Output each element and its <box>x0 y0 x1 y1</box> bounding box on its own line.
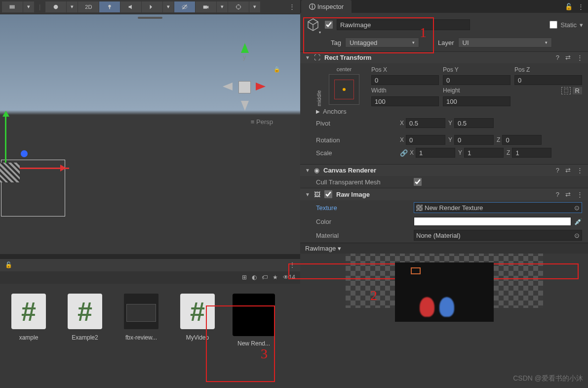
gizmo-y-axis[interactable] <box>5 113 6 168</box>
component-header[interactable]: ▼ 🖼 Raw Image ? ⇄ ⋮ <box>300 188 588 200</box>
gizmos-btn[interactable] <box>228 1 249 12</box>
filter-icon[interactable]: ⊞ <box>242 274 247 281</box>
menu-icon[interactable]: ⋮ <box>286 3 298 10</box>
scale-y-input[interactable] <box>464 148 504 158</box>
gizmo-y-cone[interactable] <box>241 39 249 53</box>
pos-y-input[interactable] <box>443 75 510 85</box>
static-dropdown[interactable]: ▾ <box>580 21 583 29</box>
asset-item[interactable]: # xample <box>5 294 52 383</box>
constrain-icon[interactable]: 🔗 <box>400 149 408 157</box>
gizmo-x-cone[interactable] <box>256 83 270 90</box>
gizmo-neg-y-cone[interactable] <box>241 101 249 115</box>
asset-item[interactable]: # MyVideo <box>174 294 221 383</box>
preset-icon[interactable]: ⇄ <box>565 191 571 198</box>
height-input[interactable] <box>443 96 510 106</box>
object-name-input[interactable] <box>337 19 470 30</box>
component-enabled-checkbox[interactable] <box>324 190 332 198</box>
help-icon[interactable]: ? <box>556 54 559 61</box>
lighting-toggle[interactable] <box>99 1 120 12</box>
component-title: Canvas Renderer <box>323 167 376 174</box>
help-icon[interactable]: ? <box>556 191 559 198</box>
lock-icon[interactable]: 🔓 <box>565 3 573 10</box>
rot-z-input[interactable] <box>502 135 542 145</box>
projection-label[interactable]: Persp <box>251 118 273 126</box>
type-filter-icon[interactable]: ◐ <box>252 274 257 281</box>
preview-header[interactable]: RawImage ▾ <box>300 243 588 254</box>
audio-toggle[interactable] <box>120 1 141 12</box>
gameobject-header: ▾ Static ▾ <box>300 13 588 37</box>
preset-icon[interactable]: ⇄ <box>565 167 571 174</box>
annotation-num-2: 2 <box>370 288 377 303</box>
blueprint-icon[interactable]: ⬚ <box>561 87 571 94</box>
menu-icon[interactable]: ⋮ <box>577 191 583 198</box>
asset-grid: # xample # Example2 fbx-review... # MyVi… <box>0 284 282 388</box>
material-field[interactable]: None (Material) ⊙ <box>414 230 582 241</box>
lock-icon[interactable]: 🔓 <box>5 261 12 268</box>
foldout-icon[interactable]: ▼ <box>305 168 310 173</box>
pivot-y-input[interactable] <box>454 118 494 128</box>
tag-layer-row: Tag Untagged Layer UI <box>300 37 588 51</box>
hidden-toggle[interactable] <box>174 1 195 12</box>
2d-toggle[interactable]: 2D <box>78 1 99 12</box>
tag-dropdown[interactable]: Untagged <box>345 38 419 47</box>
project-search-bar: ⊞ ◐ 🏷 ★ 👁14 <box>0 271 300 284</box>
menu-icon[interactable]: ⋮ <box>578 3 584 10</box>
menu-icon[interactable]: ⋮ <box>577 54 583 61</box>
component-header[interactable]: ▼ ◉ Canvas Renderer ? ⇄ ⋮ <box>300 165 588 176</box>
width-input[interactable] <box>371 96 439 106</box>
asset-item-selected[interactable]: New Rend... <box>230 294 277 383</box>
anchors-label[interactable]: Anchors <box>323 108 407 115</box>
preset-icon[interactable]: ⇄ <box>565 54 571 61</box>
orientation-gizmo[interactable]: y <box>221 64 271 113</box>
gizmos-dropdown[interactable]: ▾ <box>249 1 260 12</box>
anchor-preset-button[interactable] <box>329 74 359 105</box>
shading-btn[interactable] <box>45 1 66 12</box>
gameobject-icon[interactable]: ▾ <box>305 17 321 33</box>
menu-icon[interactable]: ⋮ <box>577 167 583 174</box>
foldout-icon[interactable]: ▼ <box>305 55 310 60</box>
rot-x-input[interactable] <box>406 135 445 145</box>
texture-label: Texture <box>316 204 414 212</box>
rot-y-input[interactable] <box>454 135 494 145</box>
lock-icon[interactable]: 🔒 <box>274 66 280 73</box>
favorite-icon[interactable]: ★ <box>273 274 278 281</box>
selected-object[interactable] <box>0 163 20 182</box>
pos-z-input[interactable] <box>514 75 582 85</box>
gizmo-neg-x-cone[interactable] <box>219 83 233 90</box>
raw-edit-icon[interactable]: R <box>573 87 582 94</box>
object-picker-icon[interactable]: ⊙ <box>574 232 580 239</box>
scene-view[interactable]: y 🔒 Persp <box>0 14 300 255</box>
fx-toggle[interactable] <box>142 1 162 12</box>
scale-z-input[interactable] <box>512 148 551 158</box>
dropdown-btn[interactable]: ▾ <box>23 1 34 12</box>
camera-btn[interactable] <box>196 1 216 12</box>
foldout-icon[interactable]: ▼ <box>305 192 310 197</box>
component-header[interactable]: ▼ ⛶ Rect Transform ? ⇄ ⋮ <box>300 52 588 63</box>
texture-field[interactable]: New Render Texture ⊙ <box>414 202 582 213</box>
menu-icon[interactable]: ⋮ <box>289 261 295 268</box>
enabled-checkbox[interactable] <box>325 21 333 29</box>
pos-x-input[interactable] <box>371 75 439 85</box>
static-checkbox[interactable] <box>549 21 557 29</box>
panel-handle[interactable] <box>138 17 162 19</box>
object-picker-icon[interactable]: ⊙ <box>574 204 580 212</box>
pivot-x-input[interactable] <box>406 118 445 128</box>
color-label: Color <box>316 218 414 225</box>
asset-item[interactable]: fbx-review... <box>118 294 165 383</box>
asset-item[interactable]: # Example2 <box>61 294 109 383</box>
color-field[interactable] <box>414 217 571 226</box>
help-icon[interactable]: ? <box>556 167 559 174</box>
inspector-tab[interactable]: ⓘ Inspector <box>301 0 352 13</box>
annotation-num-1: 1 <box>420 25 427 41</box>
camera-dropdown[interactable]: ▾ <box>217 1 228 12</box>
shading-dropdown[interactable]: ▾ <box>67 1 78 12</box>
gizmo-z-handle[interactable] <box>21 150 28 157</box>
scale-x-input[interactable] <box>416 148 455 158</box>
cull-checkbox[interactable] <box>414 178 422 186</box>
static-label: Static <box>560 21 577 29</box>
tool-btn[interactable] <box>2 1 23 12</box>
fx-dropdown[interactable]: ▾ <box>163 1 174 12</box>
layer-dropdown[interactable]: UI <box>458 38 552 47</box>
eyedropper-icon[interactable]: 💉 <box>574 218 582 225</box>
label-filter-icon[interactable]: 🏷 <box>262 274 268 281</box>
